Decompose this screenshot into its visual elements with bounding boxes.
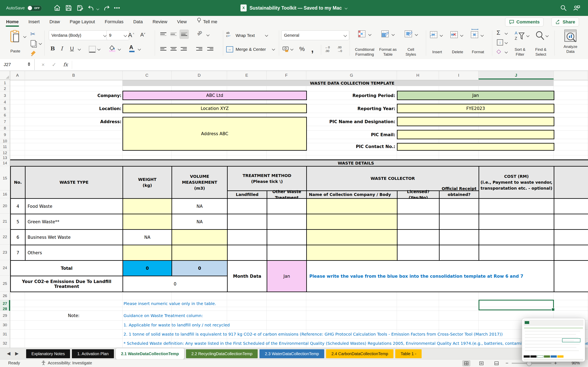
cancel-icon[interactable]: ×	[38, 59, 48, 70]
company-input-cell[interactable]: ABC Ltd	[122, 91, 307, 100]
row-no-cell[interactable]: 5	[10, 214, 26, 230]
row-header-27[interactable]: 27	[0, 300, 10, 307]
column-header-G[interactable]: G	[306, 71, 397, 80]
ribbon-tab-view[interactable]: View	[177, 16, 187, 27]
row-header-13[interactable]: 13	[0, 155, 10, 160]
format-cells-icon[interactable]	[471, 31, 478, 38]
ribbon-tab-home[interactable]: Home	[6, 16, 18, 27]
delete-cells-icon[interactable]: ×	[450, 31, 458, 38]
row-header-15[interactable]: 15	[0, 166, 10, 191]
find-select-dropdown-icon[interactable]	[545, 34, 549, 37]
tab-scroll-left-icon[interactable]: ◀	[7, 351, 10, 356]
row-header-26[interactable]: 26	[0, 292, 10, 300]
orientation-icon[interactable]: ab	[196, 29, 203, 37]
sort-filter-dropdown-icon[interactable]	[526, 34, 530, 37]
zoom-out-icon[interactable]: −	[506, 360, 508, 366]
find-select-label[interactable]: Find & Select	[532, 47, 550, 57]
row-header-30[interactable]: 30	[0, 320, 10, 329]
total-weight-cell[interactable]: 0	[122, 260, 172, 276]
search-icon[interactable]	[560, 4, 567, 12]
other-treatment-header[interactable]: Other Waste Treatment	[267, 191, 307, 199]
row-header-16[interactable]: 16	[0, 191, 10, 198]
accounting-format-icon[interactable]	[283, 46, 289, 53]
landfilled-header[interactable]: Landfilled	[227, 191, 267, 199]
find-select-icon[interactable]	[535, 30, 545, 42]
collector-name-header[interactable]: Name of Collection Company / Body	[306, 191, 398, 199]
italic-button[interactable]: I	[61, 45, 63, 52]
insert-dropdown-icon[interactable]	[440, 34, 443, 37]
orientation-dropdown-icon[interactable]	[207, 33, 210, 36]
analyze-data-label[interactable]: Analyze Data	[560, 44, 581, 54]
font-name-select[interactable]: Verdana (Body)	[49, 30, 109, 40]
format-label[interactable]: Format	[469, 50, 487, 54]
weight-cell[interactable]	[122, 198, 172, 214]
landfilled-cell[interactable]	[227, 198, 267, 214]
row-no-cell[interactable]: 7	[10, 245, 26, 261]
waste-type-cell[interactable]: Others	[25, 245, 123, 261]
accessibility-status[interactable]: Accessibility: Investigate	[48, 361, 92, 365]
waste-type-cell[interactable]: Food Waste	[25, 198, 123, 214]
row-header-11[interactable]: 11	[0, 143, 10, 150]
tab-scroll-right-icon[interactable]: ▶	[15, 351, 18, 356]
reporting-period-label[interactable]: Reporting Period:	[306, 91, 395, 100]
format-dropdown-icon[interactable]	[481, 34, 484, 37]
ribbon-tab-review[interactable]: Review	[153, 16, 167, 27]
spare-merged-cell[interactable]	[554, 260, 588, 292]
floating-preview-window[interactable]	[522, 318, 585, 362]
cost-cell[interactable]	[479, 229, 554, 245]
cost-cell[interactable]	[479, 214, 554, 230]
other-treatment-cell[interactable]	[267, 245, 307, 261]
align-middle-icon[interactable]	[171, 32, 177, 37]
name-box-stepper[interactable]	[28, 62, 30, 67]
fill-dropdown-icon[interactable]	[505, 41, 508, 44]
total-volume-cell[interactable]: 0	[172, 260, 228, 276]
format-painter-icon[interactable]	[30, 50, 37, 57]
spare-cell[interactable]	[554, 198, 588, 214]
normal-view-button[interactable]	[462, 360, 470, 366]
receipt-cell[interactable]	[439, 245, 479, 261]
note-line-5[interactable]: * Scheduled Waste definition: Any waste …	[123, 339, 588, 348]
pic-contact-label[interactable]: PIC Contact No.:	[306, 143, 395, 150]
company-label[interactable]: Company:	[25, 91, 121, 100]
weight-header[interactable]: WEIGHT (kg)	[122, 166, 172, 199]
other-treatment-cell[interactable]	[267, 229, 307, 245]
volume-cell[interactable]	[172, 229, 228, 245]
ribbon-tab-formulas[interactable]: Formulas	[105, 16, 123, 27]
waste-type-cell[interactable]: Green Waste**	[25, 214, 123, 230]
row-header-1[interactable]: 1	[0, 80, 10, 86]
column-header-J[interactable]: J	[479, 71, 554, 80]
sort-filter-icon[interactable]: AZ	[514, 30, 525, 42]
font-color-icon[interactable]: A	[129, 44, 133, 50]
note-label[interactable]: Note:	[25, 311, 122, 320]
sheet-tab-table-1[interactable]: Table 1 -	[395, 349, 422, 358]
pic-email-input-cell[interactable]	[397, 130, 554, 139]
copy-dropdown-icon[interactable]	[39, 42, 42, 45]
formula-input[interactable]	[72, 59, 588, 70]
wrap-text-icon[interactable]: abc↩	[226, 31, 230, 37]
spare-cell[interactable]	[554, 214, 588, 230]
sheet-tab-2-4-carbondatacollectiontemp[interactable]: 2.4 CarbonDataCollectionTemp	[326, 349, 393, 358]
comma-style-icon[interactable]: ,	[311, 44, 314, 54]
volume-cell[interactable]: NA	[172, 198, 228, 214]
cut-icon[interactable]: ✂	[30, 30, 35, 38]
borders-dropdown-icon[interactable]	[97, 48, 101, 51]
row-header-10[interactable]: 10	[0, 139, 10, 143]
landfilled-cell[interactable]	[227, 214, 267, 230]
pic-name-input-cell[interactable]	[397, 117, 554, 126]
grow-font-icon[interactable]: A＾	[128, 32, 135, 39]
month-value-cell[interactable]: Jan	[267, 260, 307, 292]
weight-cell[interactable]	[122, 245, 172, 261]
sheet-tab-2-1-wastedatacollectiontemp[interactable]: 2.1 WasteDataCollectionTemp	[116, 348, 184, 359]
column-header-F[interactable]: F	[267, 71, 306, 80]
spare-header[interactable]	[554, 166, 588, 199]
row-header-23[interactable]: 23	[0, 245, 10, 260]
address-label[interactable]: Address:	[25, 117, 121, 126]
accessibility-icon[interactable]	[41, 360, 46, 367]
fill-down-icon[interactable]: ↓	[497, 39, 503, 45]
decrease-decimal-icon[interactable]: .00 →0	[337, 45, 342, 53]
reporting-year-label[interactable]: Reporting Year:	[306, 104, 395, 113]
column-header-C[interactable]: C	[122, 71, 172, 80]
pic-contact-input-cell[interactable]	[397, 143, 554, 151]
other-treatment-cell[interactable]	[267, 214, 307, 230]
wrap-text-label[interactable]: Wrap Text	[236, 31, 255, 40]
